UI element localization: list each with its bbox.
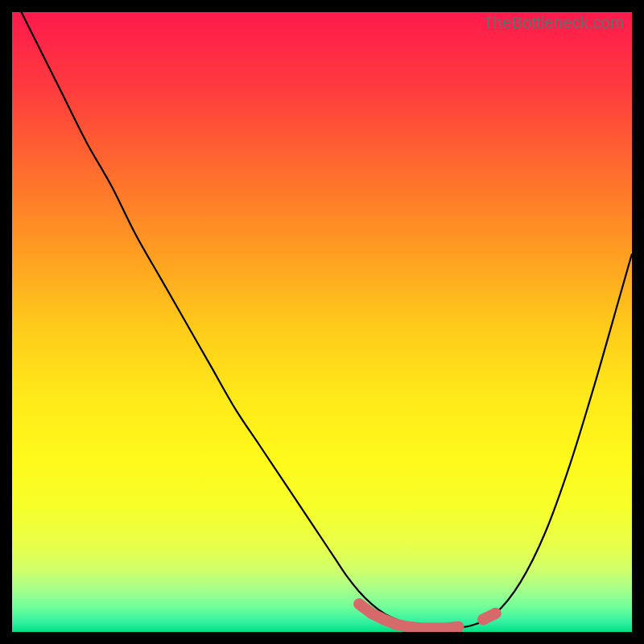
marker-endcap xyxy=(490,608,502,619)
marker-endcap xyxy=(353,598,365,609)
chart-stage: TheBottleneck.com xyxy=(0,0,644,644)
marker-endcap xyxy=(477,614,489,625)
optimal-range-markers xyxy=(353,598,501,632)
marker-segment xyxy=(359,604,458,628)
curve-layer xyxy=(12,12,632,632)
bottleneck-curve xyxy=(12,12,632,629)
watermark-text: TheBottleneck.com xyxy=(483,14,624,32)
plot-area: TheBottleneck.com xyxy=(12,12,632,632)
